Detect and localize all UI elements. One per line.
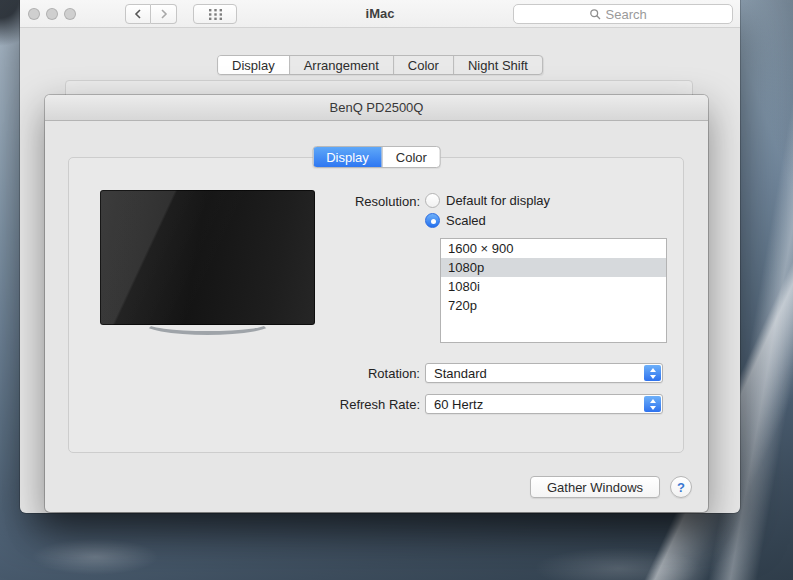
tab-display[interactable]: Display	[218, 56, 289, 74]
tab-night-shift[interactable]: Night Shift	[453, 56, 542, 74]
tab-arrangement[interactable]: Arrangement	[289, 56, 393, 74]
benq-tab-color[interactable]: Color	[382, 147, 440, 167]
stepper-icon	[644, 396, 661, 412]
external-display-window: BenQ PD2500Q Display Color Resolution: D…	[45, 95, 708, 512]
gather-windows-button[interactable]: Gather Windows	[530, 476, 660, 498]
main-tab-bar: Display Arrangement Color Night Shift	[217, 55, 543, 75]
refresh-rate-value: 60 Hertz	[434, 397, 483, 412]
refresh-rate-label: Refresh Rate:	[275, 397, 420, 412]
rotation-value: Standard	[434, 366, 487, 381]
radio-button-icon[interactable]	[425, 193, 440, 208]
benq-titlebar[interactable]: BenQ PD2500Q	[45, 95, 708, 121]
radio-button-icon[interactable]	[425, 213, 440, 228]
benq-tab-display[interactable]: Display	[313, 147, 382, 167]
search-field[interactable]	[513, 4, 733, 24]
search-icon	[589, 8, 602, 21]
radio-default-for-display[interactable]: Default for display	[425, 191, 550, 209]
radio-scaled[interactable]: Scaled	[425, 211, 486, 229]
benq-window-title: BenQ PD2500Q	[330, 100, 424, 115]
resolution-label: Resolution:	[275, 194, 420, 209]
benq-tab-bar: Display Color	[312, 146, 441, 168]
resolution-listbox[interactable]: 1600 × 900 1080p 1080i 720p	[440, 238, 667, 343]
stepper-icon	[644, 365, 661, 381]
resolution-option[interactable]: 720p	[441, 296, 666, 315]
rotation-select[interactable]: Standard	[425, 363, 663, 383]
help-button[interactable]: ?	[670, 476, 692, 498]
rotation-label: Rotation:	[275, 366, 420, 381]
search-input[interactable]	[606, 7, 658, 22]
monitor-illustration	[100, 190, 315, 325]
desktop-wallpaper: iMac Display Arrangement Color Night Shi…	[0, 0, 793, 580]
toolbar: iMac	[20, 0, 740, 28]
resolution-option-selected[interactable]: 1080p	[441, 258, 666, 277]
radio-label: Default for display	[446, 193, 550, 208]
refresh-rate-select[interactable]: 60 Hertz	[425, 394, 663, 414]
resolution-option[interactable]: 1600 × 900	[441, 239, 666, 258]
radio-label: Scaled	[446, 213, 486, 228]
resolution-option[interactable]: 1080i	[441, 277, 666, 296]
tab-color[interactable]: Color	[393, 56, 453, 74]
